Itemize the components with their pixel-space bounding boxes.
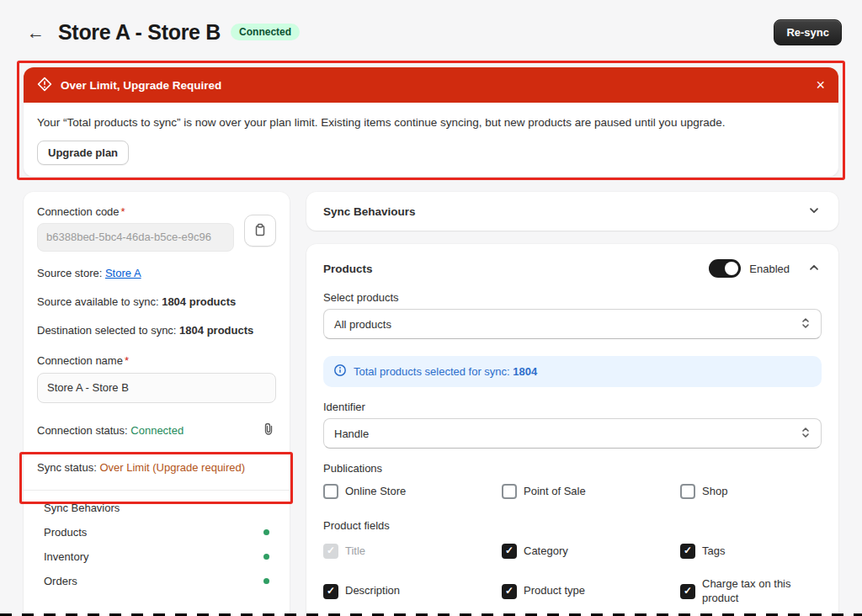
checkbox-online-store[interactable]: Online Store [323, 484, 502, 499]
products-card: Products Enabled Select products All pro… [306, 244, 838, 616]
product-fields-label: Product fields [323, 519, 822, 532]
checkbox [323, 544, 338, 559]
sync-status-label: Sync status: [37, 461, 97, 474]
banner-body: Your “Total products to sync” is now ove… [24, 103, 838, 177]
checkbox[interactable] [680, 484, 695, 499]
checkbox[interactable] [323, 484, 338, 499]
checkbox[interactable] [502, 484, 517, 499]
select-products-value: All products [334, 318, 391, 331]
publications-grid: Online Store Point of Sale Shop [323, 484, 822, 499]
menu-item-inventory[interactable]: Inventory [37, 544, 276, 569]
over-limit-banner: Over Limit, Upgrade Required × Your “Tot… [24, 67, 838, 177]
source-available-line: Source available to sync: 1804 products [37, 295, 276, 311]
checkbox-charge-tax[interactable]: Charge tax on this product [680, 577, 822, 606]
connection-name-label: Connection name* [37, 354, 276, 367]
identifier-dropdown[interactable]: Handle [323, 418, 822, 449]
required-asterisk: * [125, 354, 129, 367]
page: { "header": { "back_icon": "←", "title":… [0, 0, 862, 616]
connected-badge: Connected [231, 24, 300, 40]
destination-count: 1804 products [179, 324, 253, 337]
enabled-label: Enabled [749, 263, 790, 275]
sync-status-line: Sync status: Over Limit (Upgrade require… [37, 459, 276, 476]
available-count: 1804 products [162, 295, 236, 308]
toggle-knob [725, 262, 738, 275]
checkbox[interactable] [323, 584, 338, 599]
updown-caret-icon [801, 316, 811, 332]
source-store-link[interactable]: Store A [105, 267, 141, 279]
products-enabled-toggle[interactable] [709, 259, 741, 278]
checkbox-shop[interactable]: Shop [680, 484, 822, 499]
status-dot [263, 554, 269, 560]
menu-item-products[interactable]: Products [37, 520, 276, 544]
products-card-header: Products Enabled [323, 259, 822, 278]
connection-link-button[interactable] [261, 421, 276, 440]
upgrade-plan-button[interactable]: Upgrade plan [37, 141, 129, 165]
required-asterisk: * [121, 205, 125, 218]
checkbox-title: Title [323, 544, 502, 559]
sync-behaviours-card[interactable]: Sync Behaviours [306, 192, 838, 231]
status-dot [263, 578, 269, 584]
products-title: Products [323, 263, 373, 275]
checkbox-point-of-sale[interactable]: Point of Sale [502, 484, 680, 499]
product-fields-grid: Title Category Tags Description Product … [323, 544, 822, 606]
select-products-dropdown[interactable]: All products [323, 309, 822, 339]
sync-behaviours-collapse-button[interactable] [806, 203, 822, 220]
checkbox[interactable] [680, 584, 695, 599]
menu-item-sync-behaviors[interactable]: Sync Behaviors [37, 496, 276, 520]
checkbox[interactable] [502, 544, 517, 559]
page-title: Store A - Store B [58, 20, 221, 45]
checkbox-category[interactable]: Category [502, 544, 680, 559]
checkbox[interactable] [502, 584, 517, 599]
destination-selected-line: Destination selected to sync: 1804 produ… [37, 323, 276, 339]
info-circle-icon [333, 364, 347, 380]
checkbox-product-type[interactable]: Product type [502, 577, 680, 606]
connection-code-label: Connection code* [37, 205, 276, 218]
resync-button[interactable]: Re-sync [774, 19, 842, 45]
diamond-alert-icon [37, 77, 52, 94]
banner-header: Over Limit, Upgrade Required × [24, 67, 838, 103]
connection-menu: Sync Behaviors Products Inventory Orders [37, 496, 276, 593]
divider [24, 490, 290, 491]
connection-status-label: Connection status: [37, 424, 128, 437]
connection-status-value: Connected [130, 424, 184, 437]
banner-title: Over Limit, Upgrade Required [61, 79, 221, 92]
chevron-down-icon [808, 204, 820, 219]
status-dot [263, 529, 269, 535]
identifier-value: Handle [334, 427, 369, 440]
back-arrow-icon: ← [27, 23, 45, 42]
connection-code-input: b6388bed-5bc4-46da-b5ce-e9c96 [37, 223, 234, 252]
chevron-up-icon [808, 262, 820, 276]
close-icon: × [816, 77, 825, 93]
info-text: Total products selected for sync: [354, 365, 510, 378]
copy-code-button[interactable] [244, 215, 276, 247]
page-header: ← Store A - Store B Connected Re-sync [24, 13, 842, 50]
source-store-line: Source store: Store A [37, 266, 276, 282]
connection-status-row: Connection status: Connected [37, 421, 276, 440]
back-button[interactable]: ← [24, 22, 48, 43]
paperclip-icon [263, 422, 274, 438]
checkbox-tags[interactable]: Tags [680, 544, 822, 559]
clipboard-icon [253, 223, 267, 239]
sync-behaviours-title: Sync Behaviours [323, 205, 416, 218]
publications-label: Publications [323, 462, 822, 475]
products-collapse-button[interactable] [806, 260, 822, 278]
banner-close-button[interactable]: × [816, 77, 825, 93]
banner-message: Your “Total products to sync” is now ove… [37, 114, 825, 131]
sync-status-value: Over Limit (Upgrade required) [99, 461, 245, 474]
connection-code-row: b6388bed-5bc4-46da-b5ce-e9c96 [37, 223, 276, 253]
select-products-label: Select products [323, 291, 822, 304]
checkbox[interactable] [680, 544, 695, 559]
total-products-info-banner: Total products selected for sync: 1804 [323, 356, 822, 387]
identifier-label: Identifier [323, 401, 822, 413]
checkbox-description[interactable]: Description [323, 577, 502, 606]
info-value: 1804 [513, 365, 537, 378]
connection-name-input[interactable]: Store A - Store B [37, 373, 276, 403]
connection-panel: Connection code* b6388bed-5bc4-46da-b5ce… [24, 192, 290, 616]
updown-caret-icon [801, 426, 811, 442]
menu-item-orders[interactable]: Orders [37, 569, 276, 593]
